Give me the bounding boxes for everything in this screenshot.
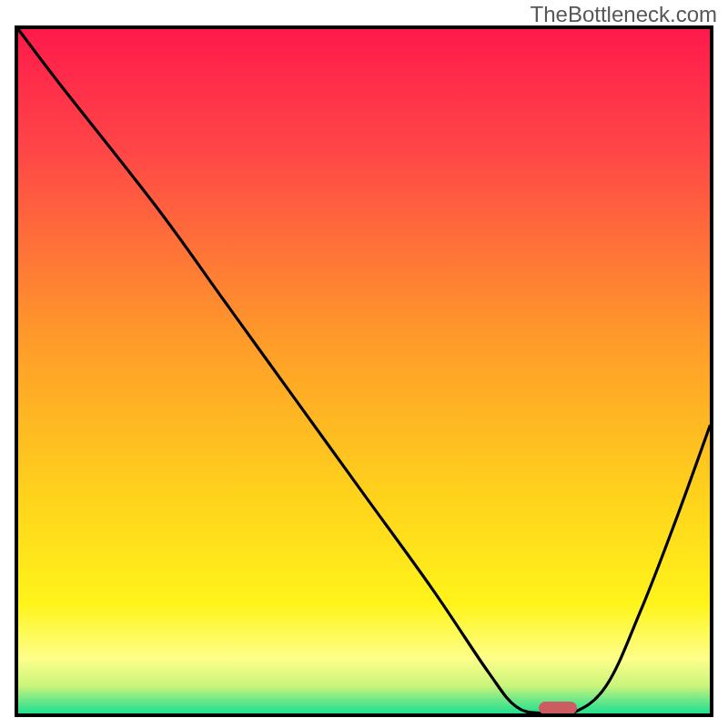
bottleneck-curve: [18, 29, 710, 713]
plot-frame: [15, 25, 713, 717]
chart-container: TheBottleneck.com: [0, 0, 728, 728]
optimal-marker: [539, 702, 577, 714]
watermark-text: TheBottleneck.com: [531, 2, 717, 27]
